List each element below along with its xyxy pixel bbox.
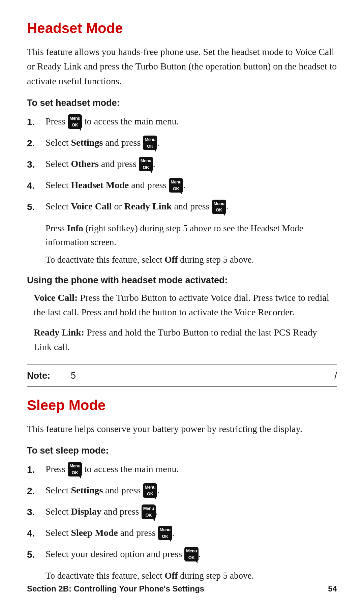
footer-left: Section 2B: Controlling Your Phone's Set…	[27, 584, 204, 594]
voice-call-label: Voice Call:	[34, 292, 78, 303]
step-5-content: Select Voice Call or Ready Link and pres…	[46, 199, 337, 214]
headset-step-3: 3. Select Others and press MenuOK.	[27, 157, 337, 172]
sleep-mode-section: Sleep Mode This feature helps conserve y…	[27, 397, 337, 583]
using-heading: Using the phone with headset mode activa…	[27, 275, 337, 286]
sleep-step-4: 4. Select Sleep Mode and press MenuOK.	[27, 526, 337, 541]
sleep-step-2-content: Select Settings and press MenuOK.	[46, 483, 337, 498]
menu-icon-s5: MenuOK	[184, 547, 199, 561]
sleep-steps-list: 1. Press MenuOK to access the main menu.…	[27, 462, 337, 562]
step-5-bold1: Voice Call	[71, 201, 112, 211]
sleep-step-2-bold: Settings	[71, 485, 103, 495]
sleep-step-5-content: Select your desired option and press Men…	[46, 547, 337, 562]
sleep-intro-text: This feature helps conserve your battery…	[27, 422, 337, 436]
headset-step-4: 4. Select Headset Mode and press MenuOK.	[27, 178, 337, 193]
step-number-2: 2.	[27, 136, 46, 150]
sleep-step-number-1: 1.	[27, 462, 46, 477]
headset-set-heading: To set headset mode:	[27, 98, 337, 108]
headset-steps-list: 1. Press MenuOK to access the main menu.…	[27, 114, 337, 214]
menu-icon-4: MenuOK	[169, 178, 183, 193]
sleep-step-5: 5. Select your desired option and press …	[27, 547, 337, 562]
note-number: 5	[71, 371, 321, 381]
menu-icon-5: MenuOK	[212, 200, 226, 214]
step-number-4: 4.	[27, 178, 46, 193]
sleep-step-number-4: 4.	[27, 526, 46, 541]
menu-icon-3: MenuOK	[139, 157, 153, 171]
sleep-step-4-content: Select Sleep Mode and press MenuOK.	[46, 526, 337, 541]
sleep-step-4-bold: Sleep Mode	[71, 527, 118, 538]
sleep-step-number-3: 3.	[27, 504, 46, 519]
sleep-step-1: 1. Press MenuOK to access the main menu.	[27, 462, 337, 477]
headset-note-1: Press Info (right softkey) during step 5…	[46, 222, 337, 250]
step-4-bold: Headset Mode	[71, 180, 129, 190]
note-label: Note:	[27, 371, 57, 381]
sleep-mode-title: Sleep Mode	[27, 397, 337, 413]
ready-link-section: Ready Link: Press and hold the Turbo But…	[34, 325, 337, 354]
note-table-row: Note: 5 /	[27, 371, 337, 381]
menu-icon-2: MenuOK	[143, 136, 157, 150]
note-table: Note: 5 /	[27, 365, 337, 387]
step-5-bold2: Ready Link	[124, 201, 172, 211]
sleep-set-heading: To set sleep mode:	[27, 445, 337, 456]
headset-note-2: To deactivate this feature, select Off d…	[46, 253, 337, 267]
step-number-3: 3.	[27, 157, 46, 172]
step-1-content: Press MenuOK to access the main menu.	[46, 114, 337, 129]
headset-intro-text: This feature allows you hands-free phone…	[27, 45, 337, 88]
menu-icon-s2: MenuOK	[143, 483, 157, 498]
voice-call-text: Press the Turbo Button to activate Voice…	[34, 292, 329, 317]
step-number-1: 1.	[27, 114, 46, 129]
sleep-deactivate-note: To deactivate this feature, select Off d…	[46, 569, 337, 583]
sleep-step-1-content: Press MenuOK to access the main menu.	[46, 462, 337, 477]
off-bold-sleep: Off	[164, 571, 178, 581]
step-number-5: 5.	[27, 199, 46, 214]
headset-mode-section: Headset Mode This feature allows you han…	[27, 20, 337, 387]
note-slash: /	[334, 371, 337, 381]
voice-call-section: Voice Call: Press the Turbo Button to ac…	[34, 290, 337, 320]
info-bold: Info	[67, 223, 83, 233]
sleep-step-3-content: Select Display and press MenuOK.	[46, 504, 337, 520]
sleep-step-2: 2. Select Settings and press MenuOK.	[27, 483, 337, 498]
menu-icon-s3: MenuOK	[142, 504, 156, 519]
step-3-bold: Others	[71, 158, 98, 169]
step-3-content: Select Others and press MenuOK.	[46, 157, 337, 172]
sleep-step-number-5: 5.	[27, 547, 46, 562]
menu-icon-1: MenuOK	[68, 114, 82, 129]
menu-icon-s1: MenuOK	[68, 462, 82, 476]
step-4-content: Select Headset Mode and press MenuOK.	[46, 178, 337, 193]
step-2-content: Select Settings and press MenuOK.	[46, 136, 337, 151]
page-footer: Section 2B: Controlling Your Phone's Set…	[27, 584, 337, 594]
headset-step-5: 5. Select Voice Call or Ready Link and p…	[27, 199, 337, 214]
sleep-step-3: 3. Select Display and press MenuOK.	[27, 504, 337, 520]
sleep-step-3-bold: Display	[71, 506, 101, 517]
headset-step-1: 1. Press MenuOK to access the main menu.	[27, 114, 337, 129]
sleep-step-number-2: 2.	[27, 483, 46, 498]
headset-mode-title: Headset Mode	[27, 20, 337, 36]
step-2-bold: Settings	[71, 137, 103, 148]
menu-icon-s4: MenuOK	[158, 526, 172, 540]
headset-step-2: 2. Select Settings and press MenuOK.	[27, 136, 337, 151]
ready-link-label: Ready Link:	[34, 327, 84, 338]
footer-right: 54	[328, 584, 337, 594]
off-bold-1: Off	[164, 255, 178, 265]
